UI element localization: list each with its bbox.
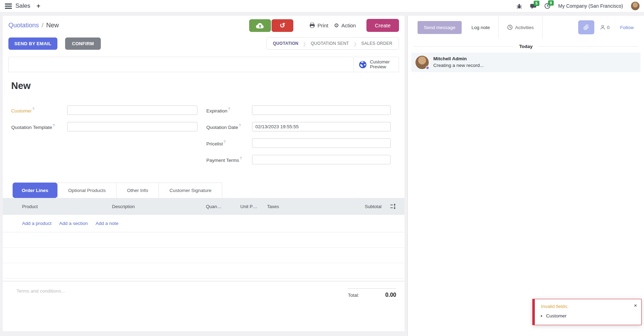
notebook-tabs: Order Lines Optional Products Other Info… — [3, 183, 405, 198]
app-name[interactable]: Sales — [15, 2, 30, 9]
add-a-section-link[interactable]: Add a section — [59, 221, 88, 226]
column-quantity[interactable]: Quan… — [180, 204, 222, 209]
confirm-button[interactable]: CONFIRM — [65, 37, 101, 50]
step-quotation-sent[interactable]: QUOTATION SENT — [304, 37, 355, 49]
follow-button[interactable]: Follow — [620, 25, 634, 30]
pricelist-field[interactable] — [252, 138, 391, 148]
add-a-product-link[interactable]: Add a product — [22, 221, 51, 226]
terms-and-conditions-field[interactable]: Terms and conditions... — [11, 288, 65, 298]
quotation-date-field-label: Quotation Date? — [206, 124, 252, 130]
customer-field[interactable] — [67, 105, 197, 115]
total-value: 0.00 — [385, 292, 396, 298]
breadcrumb-separator: / — [42, 22, 43, 29]
print-label: Print — [317, 22, 328, 28]
tab-other-info[interactable]: Other Info — [117, 183, 159, 198]
followers-button[interactable]: 0 — [600, 25, 610, 30]
tab-order-lines[interactable]: Order Lines — [13, 183, 57, 198]
step-quotation[interactable]: QUOTATION — [267, 37, 305, 49]
undo-icon: ↺ — [280, 21, 285, 29]
attach-files-button[interactable] — [578, 20, 594, 34]
help-icon[interactable]: ? — [53, 124, 55, 128]
chevron-right-icon: › — [303, 37, 306, 50]
send-message-button[interactable]: Send message — [418, 21, 462, 34]
messages-menu[interactable]: 5 — [530, 3, 537, 9]
clock-icon — [507, 25, 513, 30]
customer-preview-button[interactable]: Customer Preview — [354, 57, 399, 72]
action-button[interactable]: ⚙ Action — [334, 22, 356, 29]
breadcrumb-quotations[interactable]: Quotations — [8, 22, 39, 29]
sheet-footer: Terms and conditions... Total: 0.00 — [3, 281, 405, 298]
send-by-email-button[interactable]: SEND BY EMAIL — [8, 37, 57, 50]
help-icon[interactable]: ? — [239, 124, 241, 128]
gear-icon: ⚙ — [334, 22, 339, 29]
tab-optional-products[interactable]: Optional Products — [57, 183, 117, 198]
help-icon[interactable]: ? — [224, 140, 226, 144]
toolbar-divider — [542, 16, 542, 38]
message-body: Creating a new record... — [433, 63, 484, 68]
save-record-button[interactable] — [249, 19, 271, 32]
cloud-upload-icon — [255, 22, 265, 29]
column-unit-price[interactable]: Unit P… — [222, 204, 257, 209]
expiration-field-label: Expiration? — [206, 107, 252, 114]
chatter-toolbar: Send message Log note Activities 0 Follo… — [408, 16, 644, 39]
adjust-columns-icon[interactable] — [382, 204, 405, 209]
new-tab-plus-icon[interactable]: + — [37, 2, 41, 10]
schedule-activity-button[interactable]: Activities — [507, 25, 534, 30]
create-button[interactable]: Create — [366, 19, 399, 32]
globe-icon — [359, 61, 367, 69]
column-taxes[interactable]: Taxes — [257, 204, 290, 209]
activities-menu[interactable]: 9 — [544, 3, 551, 9]
quotation-template-field-label: Quotation Template? — [11, 124, 67, 130]
empty-order-line — [3, 232, 405, 248]
chatter-panel: Send message Log note Activities 0 Follo… — [407, 16, 644, 336]
empty-order-line — [3, 263, 405, 279]
column-product[interactable]: Product — [3, 204, 112, 209]
breadcrumb-current: New — [46, 22, 59, 29]
totals-block: Total: 0.00 — [348, 288, 396, 298]
chevron-right-icon: › — [354, 37, 356, 50]
form-sheet: Customer Preview New Customer? Quotation… — [3, 52, 405, 168]
today-label: Today — [519, 44, 533, 49]
author-avatar — [415, 56, 429, 69]
help-icon[interactable]: ? — [33, 107, 35, 111]
quotation-template-field[interactable] — [67, 122, 197, 131]
help-icon[interactable]: ? — [228, 107, 230, 111]
presence-indicator — [426, 66, 429, 70]
top-navbar: Sales + 5 9 My Company (San Francisco) — [0, 0, 644, 12]
breadcrumb: Quotations / New — [8, 22, 59, 29]
printer-icon — [309, 23, 315, 28]
person-icon — [600, 25, 606, 30]
record-title: New — [11, 81, 399, 91]
quotation-date-field[interactable] — [252, 122, 391, 131]
company-switcher[interactable]: My Company (San Francisco) — [558, 3, 623, 9]
print-button[interactable]: Print — [309, 22, 328, 28]
step-sales-order[interactable]: SALES ORDER — [355, 37, 399, 49]
column-description[interactable]: Description — [112, 204, 180, 209]
add-a-note-link[interactable]: Add a note — [96, 221, 118, 226]
invalid-field-item: Customer — [546, 313, 636, 318]
expiration-field[interactable] — [252, 105, 391, 115]
messages-badge: 5 — [534, 1, 539, 6]
activities-label: Activities — [515, 25, 534, 30]
today-divider: Today — [408, 44, 644, 49]
control-panel: Quotations / New ↺ Print — [3, 16, 405, 35]
user-avatar[interactable] — [631, 1, 640, 11]
log-note-button[interactable]: Log note — [471, 25, 490, 30]
debug-bug-icon[interactable] — [516, 3, 522, 9]
status-stepper: QUOTATION › QUOTATION SENT › SALES ORDER — [266, 37, 399, 50]
toolbar-divider — [498, 16, 499, 38]
discard-changes-button[interactable]: ↺ — [272, 19, 293, 32]
apps-menu-icon[interactable] — [5, 4, 12, 9]
empty-order-line — [3, 248, 405, 263]
followers-count: 0 — [607, 25, 610, 30]
close-icon[interactable]: × — [634, 303, 637, 308]
payment-terms-field[interactable] — [252, 155, 391, 164]
chatter-message[interactable]: Mitchell Admin Creating a new record... — [411, 53, 640, 72]
column-subtotal[interactable]: Subtotal — [290, 204, 382, 209]
statusbar: SEND BY EMAIL CONFIRM QUOTATION › QUOTAT… — [3, 35, 405, 52]
tab-customer-signature[interactable]: Customer Signature — [159, 183, 222, 198]
action-label: Action — [341, 22, 356, 28]
form-view-panel: Quotations / New ↺ Print — [3, 16, 405, 331]
button-box-empty — [9, 57, 354, 72]
help-icon[interactable]: ? — [240, 157, 242, 160]
